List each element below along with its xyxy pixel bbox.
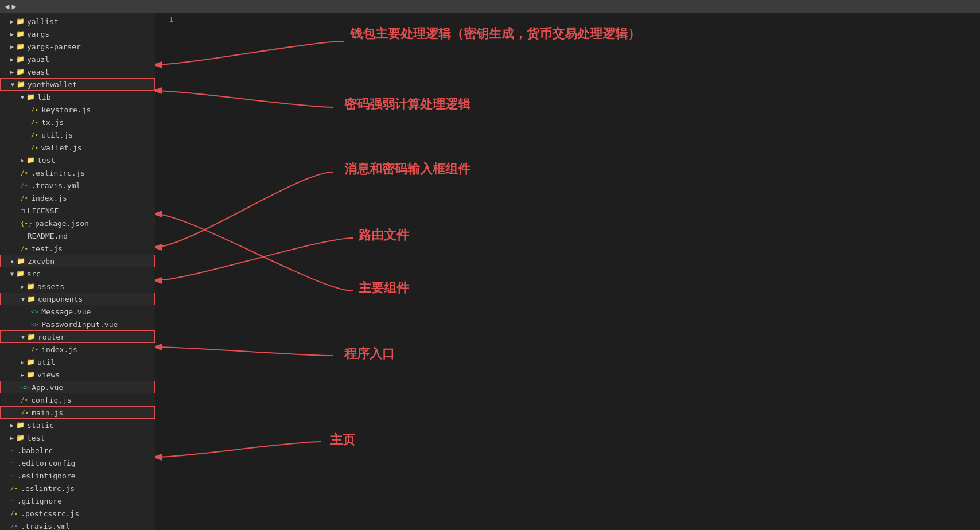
sidebar-item-lib[interactable]: ▼📁lib — [0, 91, 155, 103]
file-icon: /• — [21, 245, 28, 252]
item-label: .eslintrc.js — [21, 484, 75, 493]
sidebar-item-.eslintignore[interactable]: ·.eslintignore — [0, 469, 155, 482]
item-label: .eslintrc.js — [31, 169, 85, 177]
arrow-icon: ▼ — [10, 271, 14, 277]
sidebar-item-.eslintrc.js-root[interactable]: /•.eslintrc.js — [0, 482, 155, 494]
sidebar-item-util-folder[interactable]: ▶📁util — [0, 356, 155, 368]
file-icon: /• — [31, 346, 38, 353]
sidebar-item-test-folder[interactable]: ▶📁test — [0, 154, 155, 166]
arrow-icon: ▼ — [21, 94, 24, 100]
item-label: keystore.js — [41, 106, 91, 114]
sidebar-item-router[interactable]: ▼📁router — [0, 330, 155, 343]
arrow-icon: ▶ — [21, 372, 24, 378]
sidebar-item-assets[interactable]: ▶📁assets — [0, 280, 155, 293]
file-icon: /• — [21, 194, 28, 202]
arrow-mainjs — [155, 347, 333, 356]
annotation-ann7: 主页 — [330, 431, 355, 449]
folder-icon: 📁 — [16, 270, 25, 278]
sidebar-item-.editorconfig[interactable]: ·.editorconfig — [0, 457, 155, 469]
sidebar-item-test.js[interactable]: /•test.js — [0, 242, 155, 255]
sidebar-item-.travis.yml-root[interactable]: /•.travis.yml — [0, 520, 155, 530]
file-icon: · — [10, 447, 14, 454]
sidebar-item-.eslintrc.js[interactable]: /•.eslintrc.js — [0, 166, 155, 179]
sidebar-item-static-folder[interactable]: ▶📁static — [0, 419, 155, 431]
sidebar-item-views-folder[interactable]: ▶📁views — [0, 368, 155, 381]
folder-icon: 📁 — [16, 68, 25, 76]
item-label: yeast — [27, 68, 49, 76]
sidebar-item-package.json[interactable]: {•}package.json — [0, 217, 155, 229]
item-label: config.js — [31, 396, 71, 404]
file-icon: □ — [21, 207, 25, 215]
item-label: App.vue — [32, 383, 63, 392]
sidebar-item-PasswordInput.vue[interactable]: <>PasswordInput.vue — [0, 318, 155, 330]
sidebar-item-zxcvbn[interactable]: ▶📁zxcvbn — [0, 255, 155, 267]
sidebar-item-App.vue[interactable]: <>App.vue — [0, 381, 155, 393]
file-icon: /• — [31, 106, 38, 114]
annotation-ann6: 程序入口 — [344, 345, 395, 363]
sidebar-item-.postcssrc.js[interactable]: /•.postcssrc.js — [0, 507, 155, 520]
arrows-svg — [155, 13, 980, 530]
arrow-zxcvbn — [155, 214, 353, 291]
sidebar-item-yargs-parser[interactable]: ▶📁yargs-parser — [0, 40, 155, 53]
item-label: yargs-parser — [27, 42, 81, 51]
main-layout: ▶📁yallist▶📁yargs▶📁yargs-parser▶📁yauzl▶📁y… — [0, 13, 980, 530]
item-label: wallet.js — [41, 143, 81, 152]
sidebar-item-config.js[interactable]: /•config.js — [0, 393, 155, 406]
item-label: .gitignore — [17, 497, 62, 505]
item-label: test.js — [31, 244, 63, 253]
sidebar-item-.travis.yml[interactable]: /•.travis.yml — [0, 179, 155, 192]
sidebar-item-test-root[interactable]: ▶📁test — [0, 431, 155, 444]
item-label: README.md — [28, 232, 68, 240]
arrow-icon: ▶ — [10, 422, 14, 428]
annotation-ann1: 钱包主要处理逻辑（密钥生成，货币交易处理逻辑） — [350, 25, 640, 42]
item-label: .postcssrc.js — [21, 509, 79, 518]
arrow-icon: ▶ — [10, 31, 14, 37]
arrow-icon: ▶ — [21, 283, 24, 290]
sidebar-item-index.js-root[interactable]: /•index.js — [0, 192, 155, 204]
file-icon: {•} — [21, 220, 32, 227]
arrow-icon: ▼ — [21, 296, 25, 302]
sidebar-item-yallist[interactable]: ▶📁yallist — [0, 15, 155, 28]
folder-icon: 📁 — [26, 156, 35, 164]
sidebar-item-LICENSE[interactable]: □LICENSE — [0, 204, 155, 217]
sidebar-item-keystore.js[interactable]: /•keystore.js — [0, 103, 155, 116]
sidebar-item-tx.js[interactable]: /•tx.js — [0, 116, 155, 128]
file-icon: · — [10, 497, 14, 505]
annotations: 钱包主要处理逻辑（密钥生成，货币交易处理逻辑）密码强弱计算处理逻辑消息和密码输入… — [155, 13, 980, 530]
sidebar-item-src[interactable]: ▼📁src — [0, 267, 155, 280]
item-label: PasswordInput.vue — [41, 320, 118, 329]
item-label: lib — [37, 93, 50, 102]
sidebar-item-yeast[interactable]: ▶📁yeast — [0, 65, 155, 78]
sidebar-item-wallet.js[interactable]: /•wallet.js — [0, 141, 155, 154]
sidebar-item-.gitignore[interactable]: ·.gitignore — [0, 494, 155, 507]
arrow-icon: ▶ — [21, 359, 24, 365]
file-icon: /• — [21, 169, 28, 177]
sidebar-item-.babelrc[interactable]: ·.babelrc — [0, 444, 155, 457]
nav-forward[interactable]: ▶ — [11, 2, 16, 11]
item-label: static — [27, 421, 54, 430]
arrow-icon: ▶ — [10, 44, 14, 50]
sidebar[interactable]: ▶📁yallist▶📁yargs▶📁yargs-parser▶📁yauzl▶📁y… — [0, 13, 155, 530]
nav-arrows[interactable]: ◀ ▶ — [5, 2, 17, 11]
sidebar-item-router-index.js[interactable]: /•index.js — [0, 343, 155, 356]
sidebar-item-yoethwallet[interactable]: ▼📁yoethwallet — [0, 78, 155, 91]
item-label: test — [37, 156, 55, 165]
sidebar-item-yauzl[interactable]: ▶📁yauzl — [0, 53, 155, 65]
nav-back[interactable]: ◀ — [5, 2, 9, 11]
annotation-ann2: 密码强弱计算处理逻辑 — [344, 96, 470, 113]
editor-area: 1 钱包主要处理逻辑（密钥生成，货币交易处理逻辑）密码强弱计算处理逻辑消息和密码… — [155, 13, 980, 530]
item-label: index.js — [41, 345, 77, 354]
arrow-router — [155, 238, 353, 280]
sidebar-item-components[interactable]: ▼📁components — [0, 293, 155, 305]
item-label: tx.js — [41, 118, 64, 127]
sidebar-item-main.js[interactable]: /•main.js — [0, 406, 155, 419]
folder-icon: 📁 — [17, 257, 25, 265]
folder-icon: 📁 — [16, 421, 25, 429]
sidebar-item-util.js[interactable]: /•util.js — [0, 128, 155, 141]
sidebar-item-README.md[interactable]: ≡README.md — [0, 229, 155, 242]
sidebar-item-Message.vue[interactable]: <>Message.vue — [0, 305, 155, 318]
annotation-ann4: 路由文件 — [359, 227, 409, 244]
folder-icon: 📁 — [16, 42, 25, 50]
file-icon: /• — [21, 396, 28, 404]
sidebar-item-yargs[interactable]: ▶📁yargs — [0, 28, 155, 40]
